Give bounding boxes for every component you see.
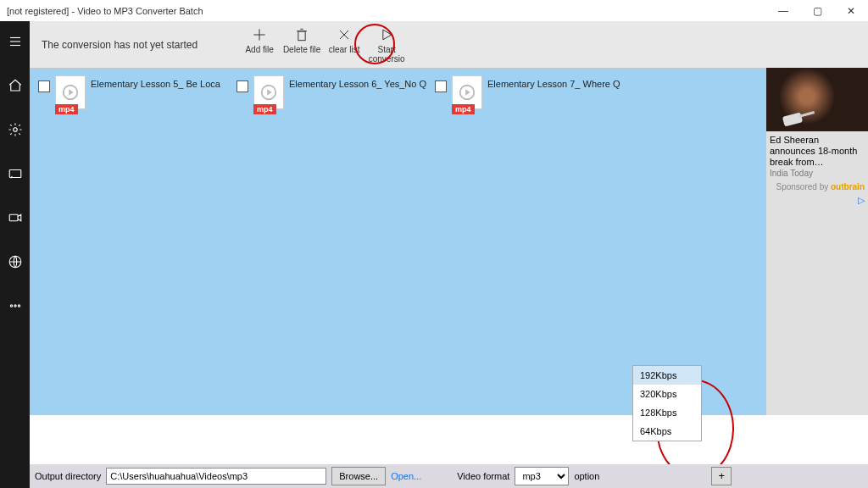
file-name: Elementary Lesson 6_ Yes_No Q bbox=[289, 75, 426, 89]
file-item[interactable]: mp4Elementary Lesson 5_ Be Loca bbox=[38, 75, 233, 113]
ad-source: India Today bbox=[770, 169, 865, 179]
file-thumbnail: mp4 bbox=[253, 75, 284, 113]
delete-file-label: Delete file bbox=[283, 45, 320, 54]
window-title: [not registered] - Video to MP3 Converte… bbox=[7, 6, 203, 16]
delete-file-button[interactable]: Delete file bbox=[279, 21, 325, 68]
settings-icon[interactable] bbox=[0, 114, 30, 145]
file-format-tag: mp4 bbox=[55, 104, 78, 114]
bitrate-option[interactable]: 192Kbps bbox=[633, 366, 701, 385]
file-thumbnail: mp4 bbox=[452, 75, 482, 113]
bitrate-option[interactable]: 128Kbps bbox=[633, 403, 701, 422]
output-dir-input[interactable] bbox=[106, 468, 326, 485]
clear-list-label: clear list bbox=[329, 45, 360, 54]
more-icon[interactable] bbox=[0, 291, 30, 321]
open-link[interactable]: Open... bbox=[391, 471, 421, 481]
menu-icon[interactable] bbox=[0, 26, 30, 57]
file-zone: mp4Elementary Lesson 5_ Be Locamp4Elemen… bbox=[30, 68, 766, 415]
add-option-button[interactable]: + bbox=[711, 467, 732, 485]
file-name: Elementary Lesson 5_ Be Loca bbox=[91, 75, 220, 89]
ad-headline[interactable]: Ed Sheeran announces 18-month break from… bbox=[770, 135, 865, 169]
start-conversion-button[interactable]: Start conversio bbox=[364, 21, 409, 68]
svg-point-3 bbox=[13, 128, 17, 132]
home-icon[interactable] bbox=[0, 70, 30, 101]
ad-panel: Ed Sheeran announces 18-month break from… bbox=[766, 68, 868, 415]
bitrate-option[interactable]: 320Kbps bbox=[633, 385, 701, 403]
svg-marker-19 bbox=[69, 89, 74, 95]
close-button[interactable]: ✕ bbox=[834, 0, 868, 21]
add-file-label: Add file bbox=[245, 45, 273, 54]
bottom-bar: Output directory Browse... Open... Video… bbox=[30, 464, 868, 488]
svg-rect-4 bbox=[9, 170, 21, 178]
ad-brand: outbrain bbox=[831, 182, 865, 191]
minimize-button[interactable]: — bbox=[766, 0, 800, 21]
svg-point-7 bbox=[10, 305, 12, 307]
svg-rect-5 bbox=[9, 214, 18, 221]
output-dir-label: Output directory bbox=[35, 471, 101, 481]
file-item[interactable]: mp4Elementary Lesson 7_ Where Q bbox=[435, 75, 630, 113]
sidebar bbox=[0, 21, 30, 488]
file-checkbox[interactable] bbox=[435, 80, 447, 92]
svg-point-8 bbox=[14, 305, 15, 307]
svg-rect-12 bbox=[298, 31, 305, 41]
video-icon[interactable] bbox=[0, 202, 30, 233]
option-label: option bbox=[574, 471, 599, 481]
file-name: Elementary Lesson 7_ Where Q bbox=[487, 75, 620, 89]
toolbar: The conversion has not yet started Add f… bbox=[30, 21, 868, 68]
video-format-select[interactable]: mp3 bbox=[515, 467, 569, 485]
ad-image[interactable] bbox=[766, 68, 868, 131]
file-checkbox[interactable] bbox=[236, 80, 248, 92]
file-format-tag: mp4 bbox=[253, 104, 276, 114]
status-text: The conversion has not yet started bbox=[42, 39, 198, 51]
svg-marker-21 bbox=[267, 89, 272, 95]
clear-list-button[interactable]: clear list bbox=[325, 21, 364, 68]
file-thumbnail: mp4 bbox=[55, 75, 86, 113]
bitrate-option[interactable]: 64Kbps bbox=[633, 422, 701, 441]
file-item[interactable]: mp4Elementary Lesson 6_ Yes_No Q bbox=[236, 75, 431, 113]
ad-choices-icon[interactable]: ▷ bbox=[766, 195, 868, 206]
maximize-button[interactable]: ▢ bbox=[800, 0, 834, 21]
add-file-button[interactable]: Add file bbox=[240, 21, 279, 68]
file-checkbox[interactable] bbox=[38, 80, 50, 92]
svg-point-9 bbox=[18, 305, 19, 307]
bitrate-popup: 192Kbps320Kbps128Kbps64Kbps bbox=[632, 365, 702, 441]
svg-marker-17 bbox=[383, 30, 392, 40]
globe-icon[interactable] bbox=[0, 247, 30, 277]
gap-area: 192Kbps320Kbps128Kbps64Kbps bbox=[30, 415, 868, 464]
browse-button[interactable]: Browse... bbox=[331, 467, 386, 485]
video-format-label: Video format bbox=[457, 471, 509, 481]
svg-marker-23 bbox=[465, 89, 470, 95]
caption-icon[interactable] bbox=[0, 158, 30, 189]
ad-sponsored-label: Sponsored by bbox=[776, 182, 829, 191]
file-format-tag: mp4 bbox=[452, 104, 475, 114]
start-conversion-label: Start conversio bbox=[364, 45, 409, 64]
